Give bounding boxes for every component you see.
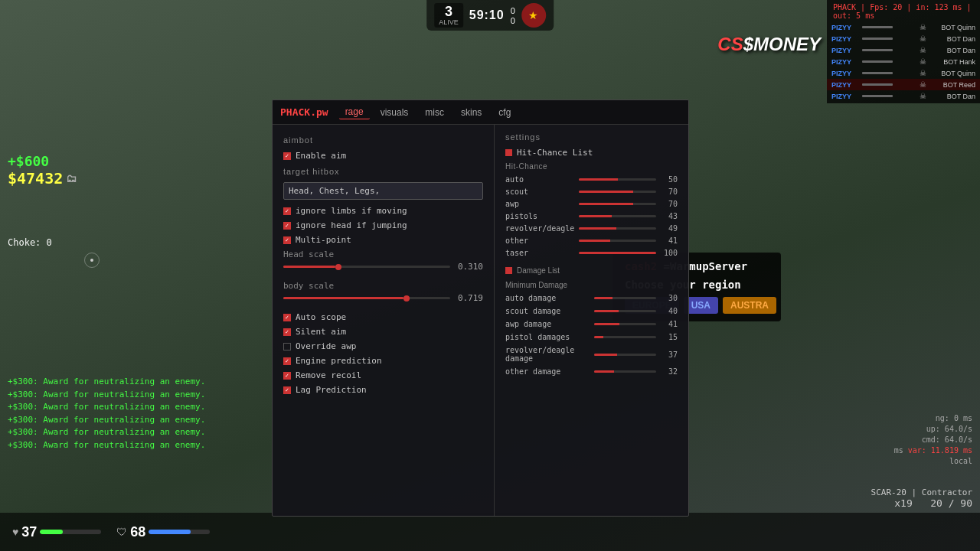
enable-aim-checkbox[interactable]: Enable aim — [283, 151, 483, 161]
australia-button[interactable]: AUSTRA — [723, 297, 776, 314]
pistols-bar[interactable] — [579, 215, 656, 217]
ignore-limbs-label: ignore limbs if moving — [296, 206, 407, 216]
alive-count: 3 — [445, 5, 452, 18]
override-awp-checkbox[interactable]: Override awp — [283, 341, 483, 351]
damage-awp: awp damage 41 — [505, 320, 678, 328]
money-earned: +$600 — [8, 153, 77, 169]
kill-line: +$300: Award for neutralizing an enemy. — [8, 401, 205, 414]
damage-section: Damage List Minimum Damage auto damage 3… — [505, 266, 678, 376]
score1: 0 — [511, 6, 515, 15]
multipoint-label: Multi-point — [296, 235, 351, 245]
var-stat: ms var: 11.819 ms — [894, 445, 972, 456]
tab-cfg[interactable]: cfg — [492, 106, 517, 119]
auto-scope-checkbox[interactable]: Auto scope — [283, 312, 483, 322]
body-scale-value: 0.719 — [456, 293, 483, 303]
revolver-bar[interactable] — [579, 227, 656, 230]
bottom-hud: ♥ 37 🛡 68 — [0, 513, 980, 551]
tab-misc[interactable]: misc — [419, 106, 450, 119]
ammo-extra: x19 20 / 90 — [871, 497, 972, 509]
score-row: PIZYY ☠ BOT Dan — [827, 33, 980, 44]
damage-other: other damage 32 — [505, 367, 678, 376]
head-scale-label: Head scale — [283, 249, 483, 259]
awp-bar[interactable] — [579, 203, 656, 205]
remove-recoil-checkbox[interactable]: Remove recoil — [283, 370, 483, 380]
hit-chance-list-checkbox[interactable]: Hit-Chance List — [505, 148, 678, 158]
armor-bar-fill — [149, 530, 190, 534]
body-scale-slider-container: body scale 0.719 — [283, 281, 483, 303]
awp-damage-bar[interactable] — [594, 323, 656, 325]
tab-rage[interactable]: rage — [339, 105, 370, 119]
score-row: PIZYY ☠ BOT Quinn — [827, 21, 980, 33]
kill-line: +$300: Award for neutralizing an enemy. — [8, 376, 205, 389]
hit-chance-taser: taser 100 — [505, 249, 678, 257]
head-scale-slider-container: Head scale 0.310 — [283, 249, 483, 272]
menu-tabs: PHACK.pw rage visuals misc skins cfg — [273, 100, 688, 125]
menu-content: aimbot Enable aim Target hitbox Head, Ch… — [273, 125, 688, 516]
gun-display: SCAR-20 | Contractor x19 20 / 90 — [871, 487, 972, 509]
multipoint-checkbox[interactable]: Multi-point — [283, 235, 483, 245]
cmd-stat: cmd: 64.0/s — [894, 435, 972, 445]
health-bar — [40, 530, 101, 534]
ignore-limbs-checkbox[interactable]: ignore limbs if moving — [283, 206, 483, 216]
silent-aim-checkbox[interactable]: Silent aim — [283, 327, 483, 337]
ping-stat: ng: 0 ms — [894, 413, 972, 424]
menu-left-column: aimbot Enable aim Target hitbox Head, Ch… — [273, 125, 495, 516]
health-section: ♥ 37 — [12, 524, 101, 540]
engine-prediction-checkbox[interactable]: Engine prediction — [283, 356, 483, 366]
auto-damage-bar[interactable] — [594, 297, 656, 299]
alive-box: 3 ALIVE — [434, 3, 463, 28]
scoreboard: PHACK | Fps: 20 | in: 123 ms | out: 5 ms… — [827, 0, 980, 103]
head-scale-track[interactable] — [283, 266, 450, 268]
menu-panel: PHACK.pw rage visuals misc skins cfg aim… — [272, 99, 689, 517]
hitbox-dropdown-container: Head, Chest, Legs, — [283, 182, 483, 200]
other-bar[interactable] — [579, 240, 656, 242]
tab-visuals[interactable]: visuals — [374, 106, 415, 119]
cs-money-logo: CS$MONEY — [711, 31, 827, 58]
enable-aim-checkbox-box — [283, 152, 291, 160]
hit-chance-header: Hit-Chance — [505, 162, 678, 171]
lag-prediction-checkbox[interactable]: Lag Prediction — [283, 385, 483, 395]
enable-aim-label: Enable aim — [296, 151, 346, 161]
server-info: PHACK | Fps: 20 | in: 123 ms | out: 5 ms — [827, 2, 980, 21]
pistol-damage-bar[interactable] — [594, 336, 656, 338]
hit-chance-revolver: revolver/deagle 49 — [505, 224, 678, 233]
revolver-damage-bar[interactable] — [594, 354, 656, 356]
hitbox-dropdown[interactable]: Head, Chest, Legs, — [283, 182, 483, 200]
score-row: PIZYY ☠ BOT Dan — [827, 44, 980, 56]
ignore-limbs-box — [283, 207, 291, 215]
kill-line: +$300: Award for neutralizing an enemy. — [8, 389, 205, 402]
damage-list-label: Damage List — [517, 266, 560, 275]
tab-skins[interactable]: skins — [455, 106, 488, 119]
armor-section: 🛡 68 — [116, 524, 210, 540]
auto-bar[interactable] — [579, 178, 656, 181]
hud-top-center: 3 ALIVE 59:10 0 0 ★ — [426, 0, 554, 31]
hit-chance-section: auto 50 scout 70 awp — [505, 175, 678, 257]
hit-chance-auto: auto 50 — [505, 175, 678, 184]
performance-stats: ng: 0 ms up: 64.0/s cmd: 64.0/s ms var: … — [894, 413, 972, 467]
kill-line: +$300: Award for neutralizing an enemy. — [8, 439, 205, 452]
hit-chance-scout: scout 70 — [505, 187, 678, 196]
kill-line: +$300: Award for neutralizing an enemy. — [8, 414, 205, 427]
hit-chance-awp: awp 70 — [505, 200, 678, 208]
other-damage-bar[interactable] — [594, 370, 656, 373]
ignore-head-label: ignore head if jumping — [296, 220, 407, 230]
ignore-head-checkbox[interactable]: ignore head if jumping — [283, 220, 483, 230]
choke-info: Choke: 0 — [8, 237, 52, 248]
ignore-head-box — [283, 222, 291, 230]
damage-scout: scout damage 40 — [505, 307, 678, 315]
body-scale-track[interactable] — [283, 297, 450, 299]
multipoint-box — [283, 236, 291, 244]
kill-feed: +$300: Award for neutralizing an enemy. … — [8, 376, 205, 452]
settings-header: settings — [505, 132, 678, 142]
kill-line: +$300: Award for neutralizing an enemy. — [8, 426, 205, 439]
taser-bar[interactable] — [579, 252, 656, 254]
score-row: PIZYY ☠ BOT Dan — [827, 90, 980, 102]
damage-auto: auto damage 30 — [505, 294, 678, 302]
scout-damage-bar[interactable] — [594, 310, 656, 312]
hit-chance-other: other 41 — [505, 236, 678, 245]
scout-bar[interactable] — [579, 191, 656, 193]
up-stat: up: 64.0/s — [894, 424, 972, 435]
money-display: +$600 $47432 🗂 — [8, 153, 77, 187]
health-value: 37 — [21, 524, 37, 540]
menu-right-column: settings Hit-Chance List Hit-Chance auto… — [495, 125, 688, 516]
